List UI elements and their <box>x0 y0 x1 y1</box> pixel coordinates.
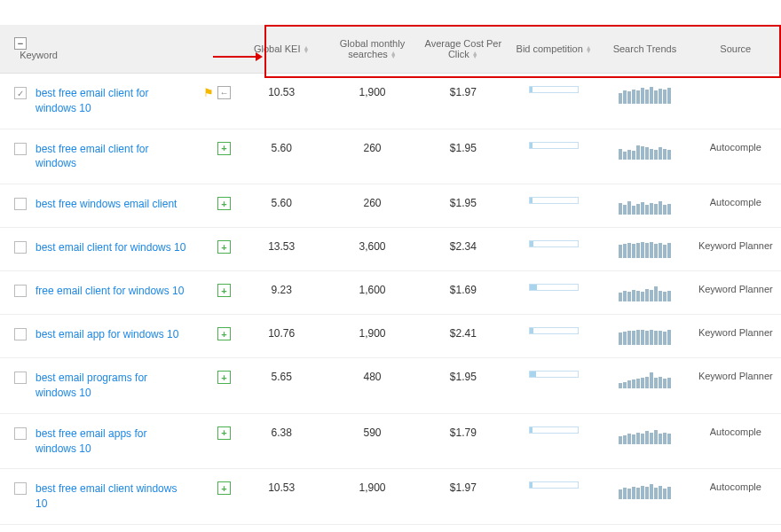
add-icon[interactable]: + <box>217 371 231 384</box>
gms-value: 1,900 <box>327 315 417 358</box>
cpc-value: $2.34 <box>418 228 509 271</box>
cpc-header[interactable]: Average Cost Per Click <box>425 38 502 59</box>
row-checkbox[interactable] <box>14 87 27 99</box>
source-value <box>690 74 781 129</box>
row-checkbox[interactable] <box>14 285 27 297</box>
bid-header[interactable]: Bid competition <box>517 43 583 54</box>
source-value: Keyword Planner <box>690 315 781 358</box>
kei-value: 10.76 <box>236 315 327 358</box>
kei-value: 5.60 <box>236 184 327 228</box>
cpc-value: $1.95 <box>418 129 509 184</box>
table-row: free email client for windows 10+9.231,6… <box>0 271 781 315</box>
sort-icon[interactable]: ▲▼ <box>472 51 478 59</box>
trends-sparkline <box>604 142 684 160</box>
bid-bar <box>529 142 579 149</box>
cpc-value: $1.95 <box>418 184 509 228</box>
add-icon[interactable]: + <box>217 142 231 155</box>
add-icon[interactable]: + <box>217 426 231 440</box>
keyword-link[interactable]: best email client for windows 10 <box>36 240 185 255</box>
kei-value: 10.53 <box>236 469 327 525</box>
row-checkbox[interactable] <box>14 143 27 155</box>
kei-value: 5.60 <box>236 129 327 184</box>
row-checkbox[interactable] <box>14 482 27 495</box>
add-icon[interactable]: + <box>217 327 231 340</box>
sort-icon[interactable]: ▲▼ <box>304 46 310 53</box>
row-checkbox[interactable] <box>14 328 27 340</box>
row-checkbox[interactable] <box>14 198 27 210</box>
row-checkbox[interactable] <box>14 241 27 254</box>
keyword-link[interactable]: best free email client for windows <box>36 142 186 172</box>
source-value: Keyword Planner <box>690 228 781 271</box>
trends-header[interactable]: Search Trends <box>613 43 677 54</box>
gms-value: 260 <box>327 184 417 228</box>
table-row: best free email client for windows 10⚑←1… <box>0 74 781 129</box>
trends-sparkline <box>604 284 684 301</box>
row-checkbox[interactable] <box>14 372 27 384</box>
select-all-toggle[interactable] <box>14 37 27 50</box>
trends-sparkline <box>604 426 684 444</box>
keyword-link[interactable]: free email client for windows 10 <box>36 284 184 299</box>
cpc-value: $1.97 <box>418 469 509 525</box>
keyword-link[interactable]: best free email client for windows 10 <box>36 86 186 116</box>
table-row: best free email apps for windows 10+6.38… <box>0 413 781 469</box>
keyword-link[interactable]: best free email client windows 10 <box>36 481 186 512</box>
kei-value: 13.53 <box>236 228 327 271</box>
gms-value: 1,600 <box>327 271 417 315</box>
kei-value: 5.65 <box>236 358 327 414</box>
table-row: best email programs for windows 10+5.654… <box>0 358 781 414</box>
kei-value: 6.38 <box>236 413 327 469</box>
bid-bar <box>529 371 579 378</box>
keyword-link[interactable]: best email programs for windows 10 <box>36 371 186 401</box>
add-icon[interactable]: + <box>217 481 231 495</box>
source-value: Autocomple <box>690 184 781 228</box>
back-icon[interactable]: ← <box>217 86 231 99</box>
trends-sparkline <box>604 197 684 215</box>
cpc-value: $2.41 <box>418 315 509 358</box>
table-header-row: Keyword Global KEI▲▼ Global monthly sear… <box>0 25 781 74</box>
keyword-header[interactable]: Keyword <box>20 50 58 60</box>
cpc-value: $1.95 <box>418 358 509 414</box>
bid-bar <box>529 240 579 247</box>
keyword-link[interactable]: best free windows email client <box>36 197 177 212</box>
trends-sparkline <box>604 371 684 388</box>
bid-bar <box>529 86 579 93</box>
bid-bar <box>529 197 579 204</box>
gms-value: 260 <box>327 129 417 184</box>
row-checkbox[interactable] <box>14 427 27 440</box>
keyword-link[interactable]: best free email apps for windows 10 <box>36 426 186 457</box>
kei-header[interactable]: Global KEI <box>254 43 301 54</box>
gms-value: 480 <box>327 358 417 414</box>
table-row: best free email client for windows+5.602… <box>0 129 781 184</box>
bid-bar <box>529 327 579 334</box>
cpc-value: $1.97 <box>418 74 509 129</box>
trends-sparkline <box>604 481 684 499</box>
source-value: Keyword Planner <box>690 358 781 414</box>
kei-value: 9.23 <box>236 271 327 315</box>
kei-value: 10.53 <box>236 74 327 129</box>
add-icon[interactable]: + <box>217 240 231 254</box>
trends-sparkline <box>604 327 684 345</box>
source-header[interactable]: Source <box>720 43 751 54</box>
gms-value: 590 <box>327 413 417 469</box>
gms-value: 3,600 <box>327 228 417 271</box>
table-row: best free email client windows 10+10.531… <box>0 469 781 525</box>
table-row: best email client for windows 10+13.533,… <box>0 228 781 271</box>
cpc-value: $1.69 <box>418 271 509 315</box>
table-row: best free windows email client+5.60260$1… <box>0 184 781 228</box>
gms-value: 1,900 <box>327 469 417 525</box>
sort-icon[interactable]: ▲▼ <box>586 46 592 53</box>
gms-value: 1,900 <box>327 74 417 129</box>
keyword-table: Keyword Global KEI▲▼ Global monthly sear… <box>0 25 781 525</box>
cpc-value: $1.79 <box>418 413 509 469</box>
trends-sparkline <box>604 240 684 258</box>
keyword-link[interactable]: best email app for windows 10 <box>36 327 178 342</box>
add-icon[interactable]: + <box>217 197 231 210</box>
trends-sparkline <box>604 86 684 104</box>
sort-icon[interactable]: ▲▼ <box>390 51 397 59</box>
flag-icon[interactable]: ⚑ <box>203 86 214 99</box>
source-value: Autocomple <box>690 129 781 184</box>
bid-bar <box>529 284 579 291</box>
source-value: Autocomple <box>690 469 781 525</box>
add-icon[interactable]: + <box>217 284 231 297</box>
source-value: Keyword Planner <box>690 271 781 315</box>
